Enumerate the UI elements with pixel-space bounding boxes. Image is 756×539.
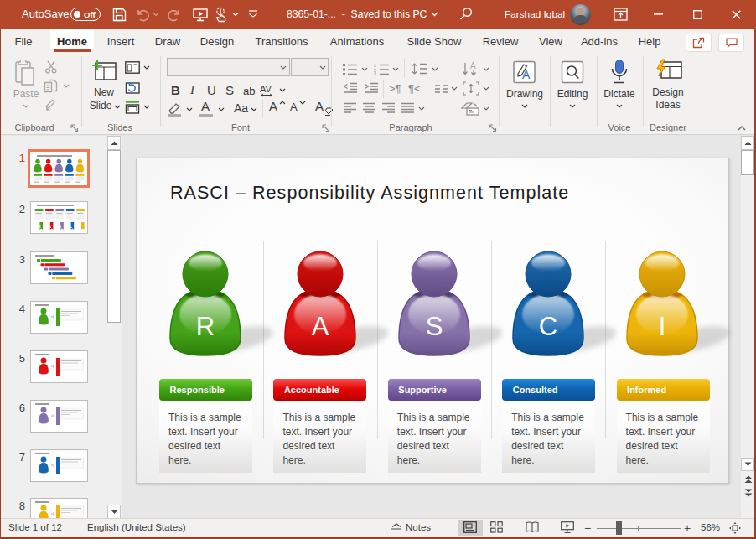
- svg-text:R: R: [196, 312, 215, 341]
- svg-text:C: C: [539, 312, 557, 341]
- svg-text:R: R: [38, 224, 41, 229]
- svg-text:3: 3: [374, 71, 376, 75]
- svg-text:I: I: [659, 312, 666, 341]
- svg-text:A: A: [312, 312, 329, 341]
- svg-text:S: S: [426, 312, 443, 341]
- svg-text:A: A: [48, 224, 51, 229]
- svg-text:I: I: [79, 224, 80, 229]
- svg-text:A: A: [470, 61, 476, 70]
- svg-text:AV: AV: [260, 84, 272, 94]
- svg-text:C: C: [69, 224, 72, 229]
- svg-text:S: S: [59, 224, 62, 229]
